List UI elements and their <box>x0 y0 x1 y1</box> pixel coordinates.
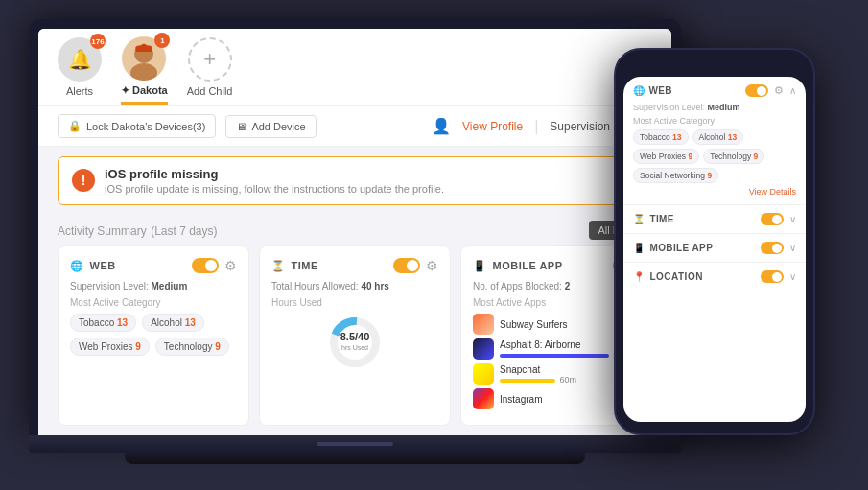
laptop-screen: 🔔 176 Alerts <box>38 29 671 435</box>
time-card-header: ⏳ TIME ⚙ <box>271 258 438 273</box>
web-gear-icon[interactable]: ⚙ <box>224 258 237 273</box>
phone-mobileapp-toggle[interactable] <box>761 242 784 254</box>
phone-web-header: 🌐 WEB ⚙ ∧ <box>633 84 796 97</box>
phone-view-details-link[interactable]: View Details <box>633 187 796 197</box>
phone-time-section: ⏳ TIME ∨ <box>623 205 806 234</box>
globe-icon: 🌐 <box>70 260 84 272</box>
warning-bar: ! iOS profile missing iOS profile update… <box>58 156 652 205</box>
avatar-wrap-alerts: 🔔 176 <box>58 37 102 82</box>
monitor-icon: 🖥 <box>236 121 246 132</box>
subway-icon <box>473 314 494 335</box>
activity-title: Activity Summary (Last 7 days) <box>58 222 218 239</box>
phone-hourglass-icon: ⏳ <box>633 214 645 224</box>
profile-add-child[interactable]: + Add Child <box>187 37 233 105</box>
phone-web-chevron-up-icon[interactable]: ∧ <box>789 85 796 96</box>
laptop-base-bar <box>317 442 393 446</box>
avatar-wrap-dakota: 1 <box>122 36 166 81</box>
time-total-hours: Total Hours Allowed: 40 hrs <box>271 281 438 292</box>
lock-btn-label: Lock Dakota's Devices(3) <box>86 121 205 132</box>
profile-alerts[interactable]: 🔔 176 Alerts <box>58 37 102 105</box>
instagram-icon <box>473 388 494 409</box>
time-hours-used-label: Hours Used <box>271 297 438 308</box>
phone-web-gear-icon[interactable]: ⚙ <box>774 84 784 97</box>
phone-tag-technology: Technology 9 <box>703 149 764 164</box>
dakota-label: ✦ Dakota <box>121 84 168 97</box>
phone-notch <box>686 61 743 71</box>
phone-mobileapp-section: 📱 MOBILE APP ∨ <box>623 234 806 263</box>
dakota-star: ✦ <box>121 84 132 96</box>
warning-description: iOS profile update is missing, follow th… <box>105 183 444 195</box>
phone-location-toggle[interactable] <box>761 270 784 283</box>
alerts-label: Alerts <box>66 85 93 97</box>
phone-mobileapp-chevron-down-icon[interactable]: ∨ <box>789 243 796 253</box>
phone-web-title: 🌐 WEB <box>633 85 672 96</box>
tag-tobacco: Tobacco 13 <box>70 314 136 332</box>
phone-mobileapp-left: 📱 MOBILE APP <box>633 243 713 253</box>
web-card-header: 🌐 WEB ⚙ <box>70 258 237 273</box>
phone-web-section: 🌐 WEB ⚙ ∧ SuperVision Level: Medium Most… <box>623 77 806 205</box>
hourglass-icon: ⏳ <box>271 260 286 272</box>
snapchat-time: 60m <box>559 375 576 385</box>
supervision-label: Supervision <box>550 120 610 133</box>
phone-tag-row-1: Tobacco 13 Alcohol 13 <box>633 129 796 145</box>
svg-point-1 <box>130 63 157 81</box>
tag-alcohol: Alcohol 13 <box>142 314 204 332</box>
time-toggle[interactable] <box>393 258 420 273</box>
scene: 🔔 176 Alerts <box>0 0 868 490</box>
phone-location-left: 📍 LOCATION <box>633 271 703 282</box>
add-child-label: Add Child <box>187 85 233 97</box>
action-bar: 🔒 Lock Dakota's Devices(3) 🖥 Add Device … <box>38 106 671 147</box>
phone-location-chevron-down-icon[interactable]: ∨ <box>789 271 796 282</box>
phone: 🌐 WEB ⚙ ∧ SuperVision Level: Medium Most… <box>614 48 815 435</box>
phone-tag-tobacco: Tobacco 13 <box>633 129 689 145</box>
activity-header: Activity Summary (Last 7 days) All Devi.… <box>38 215 671 245</box>
phone-location-section: 📍 LOCATION ∨ <box>623 263 806 291</box>
phone-screen: 🌐 WEB ⚙ ∧ SuperVision Level: Medium Most… <box>623 77 806 422</box>
phone-most-active-label: Most Active Category <box>633 116 796 126</box>
tag-webproxies: Web Proxies 9 <box>70 338 150 356</box>
svg-text:hrs Used: hrs Used <box>341 344 368 351</box>
web-tags: Tobacco 13 Alcohol 13 Web Proxies 9 Tech… <box>70 314 237 356</box>
lock-icon: 🔒 <box>68 120 82 132</box>
laptop-base <box>29 435 681 453</box>
add-child-circle: + <box>188 37 232 82</box>
phone-web-toggle[interactable] <box>745 84 768 97</box>
laptop-stand <box>125 453 585 464</box>
activity-title-text: Activity Summary (Last 7 days) <box>58 222 218 238</box>
plus-icon: + <box>203 47 216 72</box>
phone-globe-icon: 🌐 <box>633 85 645 96</box>
phone-time-left: ⏳ TIME <box>633 214 674 224</box>
phone-time-chevron-down-icon[interactable]: ∨ <box>789 214 796 224</box>
phone-smartphone-icon: 📱 <box>633 243 645 253</box>
warning-title: iOS profile missing <box>105 167 444 181</box>
tag-technology: Technology 9 <box>155 338 229 356</box>
bell-icon: 🔔 <box>68 48 92 71</box>
svg-text:8.5/40: 8.5/40 <box>340 331 370 342</box>
web-toggle[interactable] <box>192 258 219 273</box>
dakota-badge: 1 <box>154 33 170 48</box>
warning-text: iOS profile missing iOS profile update i… <box>105 167 444 195</box>
add-device-label: Add Device <box>251 121 305 132</box>
mobile-app-title: 📱 MOBILE APP <box>473 260 563 272</box>
warning-icon: ! <box>72 169 95 192</box>
web-card: 🌐 WEB ⚙ Supervision Level: Medium Most A <box>58 245 249 426</box>
phone-map-pin-icon: 📍 <box>633 271 645 282</box>
snapchat-icon <box>473 363 494 385</box>
person-icon: 👤 <box>432 117 451 135</box>
donut-chart: 8.5/40 hrs Used <box>326 314 384 371</box>
asphalt-bar <box>500 354 609 358</box>
laptop-screen-outer: 🔔 176 Alerts <box>29 19 681 435</box>
time-card-title: ⏳ TIME <box>271 260 318 272</box>
profile-dakota[interactable]: 1 ✦ Dakota <box>121 36 168 105</box>
web-supervision: Supervision Level: Medium <box>70 281 237 292</box>
phone-time-toggle[interactable] <box>761 213 784 225</box>
time-gear-icon[interactable]: ⚙ <box>426 258 438 273</box>
phone-tag-row-2: Web Proxies 9 Technology 9 <box>633 149 796 164</box>
web-card-title: 🌐 WEB <box>70 260 116 272</box>
donut-wrap: 8.5/40 hrs Used <box>271 314 438 371</box>
lock-devices-button[interactable]: 🔒 Lock Dakota's Devices(3) <box>58 114 216 138</box>
add-device-button[interactable]: 🖥 Add Device <box>225 115 316 138</box>
app-header: 🔔 176 Alerts <box>38 29 671 106</box>
phone-supervision-label: SuperVision Level: Medium <box>633 103 796 112</box>
view-profile-link[interactable]: View Profile <box>462 120 523 133</box>
